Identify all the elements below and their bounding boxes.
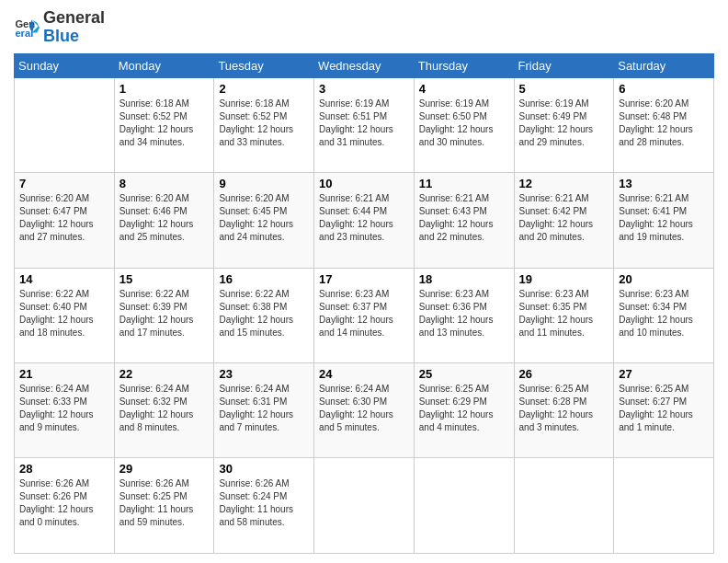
day-number: 19: [519, 272, 609, 286]
week-row-3: 21Sunrise: 6:24 AM Sunset: 6:33 PM Dayli…: [15, 363, 714, 458]
day-info: Sunrise: 6:26 AM Sunset: 6:25 PM Dayligh…: [119, 477, 210, 529]
day-info: Sunrise: 6:19 AM Sunset: 6:50 PM Dayligh…: [419, 98, 509, 149]
day-info: Sunrise: 6:24 AM Sunset: 6:31 PM Dayligh…: [219, 383, 309, 434]
day-number: 15: [119, 272, 210, 286]
day-number: 8: [119, 177, 210, 190]
day-number: 22: [119, 367, 210, 381]
day-number: 1: [119, 82, 210, 96]
day-number: 5: [519, 82, 609, 96]
day-info: Sunrise: 6:19 AM Sunset: 6:51 PM Dayligh…: [319, 98, 409, 149]
calendar-cell: 19Sunrise: 6:23 AM Sunset: 6:35 PM Dayli…: [514, 268, 614, 362]
day-info: Sunrise: 6:23 AM Sunset: 6:34 PM Dayligh…: [619, 288, 709, 339]
day-number: 25: [419, 367, 509, 381]
day-info: Sunrise: 6:19 AM Sunset: 6:49 PM Dayligh…: [519, 98, 609, 149]
page: Gen eral General Blue SundayMondayTuesda…: [0, 0, 728, 563]
calendar-cell: 21Sunrise: 6:24 AM Sunset: 6:33 PM Dayli…: [15, 363, 115, 458]
calendar-cell: 23Sunrise: 6:24 AM Sunset: 6:31 PM Dayli…: [214, 363, 314, 458]
header-day-sunday: Sunday: [15, 53, 115, 77]
day-info: Sunrise: 6:24 AM Sunset: 6:33 PM Dayligh…: [19, 383, 109, 434]
day-info: Sunrise: 6:23 AM Sunset: 6:36 PM Dayligh…: [419, 288, 509, 339]
calendar-cell: 8Sunrise: 6:20 AM Sunset: 6:46 PM Daylig…: [114, 173, 214, 268]
header: Gen eral General Blue: [14, 9, 714, 46]
day-info: Sunrise: 6:21 AM Sunset: 6:41 PM Dayligh…: [619, 192, 709, 244]
header-row: SundayMondayTuesdayWednesdayThursdayFrid…: [15, 53, 714, 77]
day-info: Sunrise: 6:25 AM Sunset: 6:29 PM Dayligh…: [419, 383, 509, 434]
day-number: 3: [319, 82, 409, 96]
calendar-cell: 2Sunrise: 6:18 AM Sunset: 6:52 PM Daylig…: [214, 77, 314, 172]
day-number: 23: [219, 367, 309, 381]
day-number: 17: [319, 272, 409, 286]
day-info: Sunrise: 6:20 AM Sunset: 6:47 PM Dayligh…: [19, 192, 109, 244]
calendar-cell: 30Sunrise: 6:26 AM Sunset: 6:24 PM Dayli…: [214, 458, 314, 554]
day-info: Sunrise: 6:24 AM Sunset: 6:30 PM Dayligh…: [319, 383, 409, 434]
day-info: Sunrise: 6:21 AM Sunset: 6:42 PM Dayligh…: [519, 192, 609, 244]
header-day-saturday: Saturday: [614, 53, 714, 77]
week-row-1: 7Sunrise: 6:20 AM Sunset: 6:47 PM Daylig…: [15, 173, 714, 268]
week-row-4: 28Sunrise: 6:26 AM Sunset: 6:26 PM Dayli…: [15, 458, 714, 554]
calendar-cell: [314, 458, 415, 554]
day-number: 21: [19, 367, 109, 381]
calendar-cell: 18Sunrise: 6:23 AM Sunset: 6:36 PM Dayli…: [414, 268, 514, 362]
day-number: 18: [419, 272, 509, 286]
day-info: Sunrise: 6:18 AM Sunset: 6:52 PM Dayligh…: [119, 98, 210, 149]
logo: Gen eral General Blue: [14, 9, 105, 46]
calendar-cell: 20Sunrise: 6:23 AM Sunset: 6:34 PM Dayli…: [614, 268, 714, 362]
calendar-cell: 12Sunrise: 6:21 AM Sunset: 6:42 PM Dayli…: [514, 173, 614, 268]
calendar-cell: 22Sunrise: 6:24 AM Sunset: 6:32 PM Dayli…: [114, 363, 214, 458]
day-info: Sunrise: 6:24 AM Sunset: 6:32 PM Dayligh…: [119, 383, 210, 434]
day-number: 12: [519, 177, 609, 190]
calendar-cell: 15Sunrise: 6:22 AM Sunset: 6:39 PM Dayli…: [114, 268, 214, 362]
day-info: Sunrise: 6:25 AM Sunset: 6:28 PM Dayligh…: [519, 383, 609, 434]
calendar-cell: 25Sunrise: 6:25 AM Sunset: 6:29 PM Dayli…: [414, 363, 514, 458]
day-number: 30: [219, 462, 309, 476]
day-info: Sunrise: 6:21 AM Sunset: 6:43 PM Dayligh…: [419, 192, 509, 244]
calendar-cell: 11Sunrise: 6:21 AM Sunset: 6:43 PM Dayli…: [414, 173, 514, 268]
day-number: 27: [619, 367, 709, 381]
calendar-cell: 17Sunrise: 6:23 AM Sunset: 6:37 PM Dayli…: [314, 268, 415, 362]
header-day-thursday: Thursday: [414, 53, 514, 77]
day-number: 28: [19, 462, 109, 476]
day-number: 6: [619, 82, 709, 96]
header-day-tuesday: Tuesday: [214, 53, 314, 77]
calendar-cell: 29Sunrise: 6:26 AM Sunset: 6:25 PM Dayli…: [114, 458, 214, 554]
calendar-cell: 27Sunrise: 6:25 AM Sunset: 6:27 PM Dayli…: [614, 363, 714, 458]
calendar: SundayMondayTuesdayWednesdayThursdayFrid…: [14, 53, 714, 554]
calendar-cell: 7Sunrise: 6:20 AM Sunset: 6:47 PM Daylig…: [15, 173, 115, 268]
calendar-cell: 3Sunrise: 6:19 AM Sunset: 6:51 PM Daylig…: [314, 77, 415, 172]
day-info: Sunrise: 6:26 AM Sunset: 6:24 PM Dayligh…: [219, 477, 309, 529]
day-info: Sunrise: 6:20 AM Sunset: 6:46 PM Dayligh…: [119, 192, 210, 244]
day-number: 29: [119, 462, 210, 476]
header-day-friday: Friday: [514, 53, 614, 77]
day-info: Sunrise: 6:23 AM Sunset: 6:35 PM Dayligh…: [519, 288, 609, 339]
calendar-cell: 1Sunrise: 6:18 AM Sunset: 6:52 PM Daylig…: [114, 77, 214, 172]
logo-icon: Gen eral: [14, 15, 40, 40]
calendar-cell: [15, 77, 115, 172]
day-number: 10: [319, 177, 409, 190]
calendar-cell: [514, 458, 614, 554]
day-info: Sunrise: 6:23 AM Sunset: 6:37 PM Dayligh…: [319, 288, 409, 339]
calendar-cell: 24Sunrise: 6:24 AM Sunset: 6:30 PM Dayli…: [314, 363, 415, 458]
week-row-2: 14Sunrise: 6:22 AM Sunset: 6:40 PM Dayli…: [15, 268, 714, 362]
calendar-cell: 10Sunrise: 6:21 AM Sunset: 6:44 PM Dayli…: [314, 173, 415, 268]
day-number: 16: [219, 272, 309, 286]
day-info: Sunrise: 6:22 AM Sunset: 6:39 PM Dayligh…: [119, 288, 210, 339]
day-number: 24: [319, 367, 409, 381]
logo-text: General Blue: [43, 9, 105, 46]
day-number: 11: [419, 177, 509, 190]
day-info: Sunrise: 6:26 AM Sunset: 6:26 PM Dayligh…: [19, 477, 109, 529]
day-info: Sunrise: 6:21 AM Sunset: 6:44 PM Dayligh…: [319, 192, 409, 244]
day-info: Sunrise: 6:20 AM Sunset: 6:48 PM Dayligh…: [619, 98, 709, 149]
day-info: Sunrise: 6:18 AM Sunset: 6:52 PM Dayligh…: [219, 98, 309, 149]
calendar-cell: 16Sunrise: 6:22 AM Sunset: 6:38 PM Dayli…: [214, 268, 314, 362]
calendar-cell: 14Sunrise: 6:22 AM Sunset: 6:40 PM Dayli…: [15, 268, 115, 362]
day-number: 20: [619, 272, 709, 286]
day-number: 4: [419, 82, 509, 96]
header-day-wednesday: Wednesday: [314, 53, 415, 77]
calendar-cell: 5Sunrise: 6:19 AM Sunset: 6:49 PM Daylig…: [514, 77, 614, 172]
day-number: 7: [19, 177, 109, 190]
calendar-body: 1Sunrise: 6:18 AM Sunset: 6:52 PM Daylig…: [15, 77, 714, 553]
calendar-cell: 13Sunrise: 6:21 AM Sunset: 6:41 PM Dayli…: [614, 173, 714, 268]
calendar-cell: 28Sunrise: 6:26 AM Sunset: 6:26 PM Dayli…: [15, 458, 115, 554]
header-day-monday: Monday: [114, 53, 214, 77]
calendar-cell: [614, 458, 714, 554]
